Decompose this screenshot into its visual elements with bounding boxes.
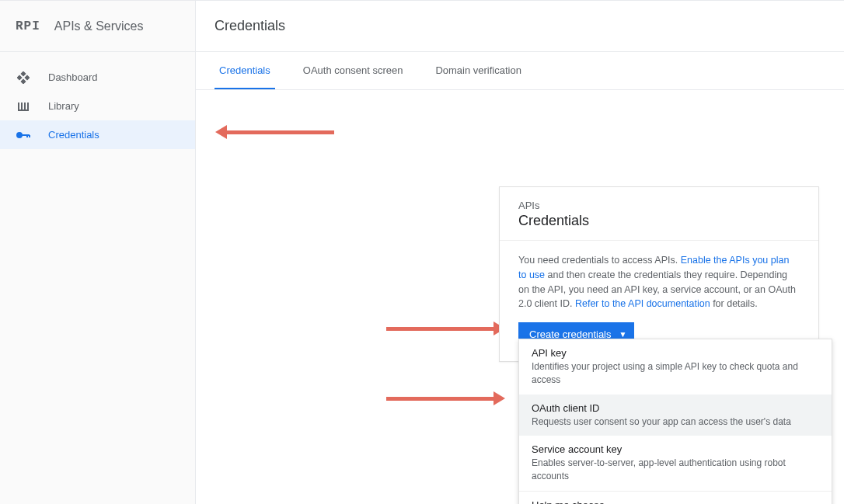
- annotation-arrow: [215, 125, 334, 139]
- key-icon: [16, 131, 31, 139]
- app-root: RPI APIs & Services Dashboard Library: [0, 0, 844, 504]
- card-kicker: APIs: [518, 200, 800, 211]
- sidebar-item-credentials[interactable]: Credentials: [0, 120, 195, 149]
- dropdown-item-help-me-choose[interactable]: Help me choose Asks a few questions to h…: [519, 491, 832, 504]
- content-canvas: APIs Credentials You need credentials to…: [196, 90, 844, 504]
- svg-rect-3: [21, 79, 26, 84]
- sidebar-title: APIs & Services: [54, 19, 144, 33]
- sidebar-item-label: Library: [48, 100, 79, 112]
- credentials-card: APIs Credentials You need credentials to…: [499, 186, 819, 362]
- sidebar-header: RPI APIs & Services: [0, 1, 195, 52]
- api-logo: RPI: [16, 19, 40, 33]
- card-title: Credentials: [518, 213, 800, 229]
- annotation-arrow: [386, 391, 505, 405]
- dropdown-item-api-key[interactable]: API key Identifies your project using a …: [519, 339, 832, 395]
- card-text: for details.: [710, 298, 758, 309]
- dropdown-item-title: Help me choose: [532, 499, 819, 504]
- tab-oauth-consent[interactable]: OAuth consent screen: [298, 52, 408, 89]
- svg-rect-2: [25, 75, 30, 80]
- sidebar: RPI APIs & Services Dashboard Library: [0, 1, 196, 504]
- dropdown-item-title: Service account key: [532, 443, 819, 455]
- dropdown-item-desc: Identifies your project using a simple A…: [532, 360, 819, 387]
- tab-bar: Credentials OAuth consent screen Domain …: [196, 52, 844, 90]
- svg-rect-0: [21, 71, 26, 76]
- annotation-arrow: [386, 322, 505, 335]
- library-icon: [16, 100, 31, 113]
- dropdown-item-title: API key: [532, 347, 819, 359]
- dropdown-item-service-account-key[interactable]: Service account key Enables server-to-se…: [519, 436, 832, 491]
- diamond-icon: [16, 71, 31, 84]
- dropdown-item-desc: Enables server-to-server, app-level auth…: [532, 457, 819, 483]
- card-text: You need credentials to access APIs.: [518, 255, 681, 266]
- sidebar-items: Dashboard Library Credentials: [0, 52, 195, 149]
- sidebar-item-label: Dashboard: [48, 71, 98, 83]
- dropdown-item-title: OAuth client ID: [532, 402, 819, 414]
- sidebar-item-label: Credentials: [48, 129, 99, 141]
- main: Credentials Credentials OAuth consent sc…: [196, 1, 844, 504]
- sidebar-item-library[interactable]: Library: [0, 92, 195, 120]
- main-header: Credentials: [196, 1, 844, 52]
- tab-credentials[interactable]: Credentials: [214, 52, 275, 89]
- tab-domain-verification[interactable]: Domain verification: [431, 52, 526, 89]
- dropdown-item-desc: Requests user consent so your app can ac…: [532, 415, 819, 429]
- card-header: APIs Credentials: [500, 187, 818, 241]
- sidebar-item-dashboard[interactable]: Dashboard: [0, 63, 195, 92]
- svg-point-9: [17, 133, 22, 137]
- dropdown-item-oauth-client-id[interactable]: OAuth client ID Requests user consent so…: [519, 395, 832, 436]
- page-title: Credentials: [214, 18, 285, 34]
- api-documentation-link[interactable]: Refer to the API documentation: [575, 298, 710, 309]
- caret-down-icon: ▼: [619, 330, 627, 339]
- create-credentials-dropdown: API key Identifies your project using a …: [518, 339, 832, 504]
- svg-rect-1: [17, 75, 22, 80]
